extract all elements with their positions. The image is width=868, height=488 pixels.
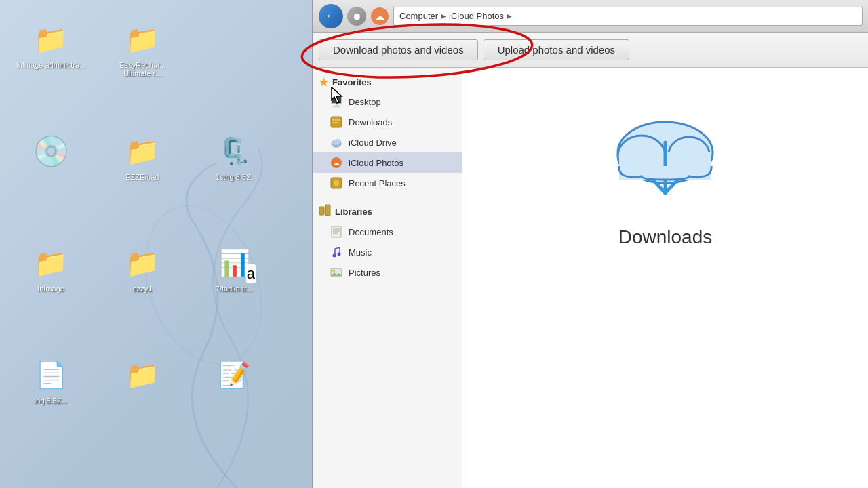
pictures-nav-icon: [330, 266, 343, 279]
svg-point-23: [332, 270, 335, 272]
recent-places-nav-icon: [330, 176, 343, 190]
sidebar-item-label-icloud-drive: iCloud Drive: [349, 138, 397, 148]
sidebar-item-downloads[interactable]: Downloads: [313, 112, 462, 132]
excel-icon: 📊 a: [215, 244, 253, 282]
breadcrumb-icloud-photos: iCloud Photos: [449, 11, 504, 21]
libraries-section-header[interactable]: Libraries: [313, 201, 462, 222]
download-photos-button[interactable]: Download photos and videos: [319, 39, 478, 60]
action-toolbar: Download photos and videos Upload photos…: [313, 33, 868, 68]
icon-label: 7/tarikh tr...: [216, 285, 252, 293]
cd-icon: 💿: [32, 132, 70, 170]
favorites-label: Favorites: [332, 77, 372, 87]
svg-rect-6: [332, 122, 339, 123]
svg-point-13: [334, 180, 339, 186]
svg-rect-14: [319, 207, 324, 215]
libraries-label: Libraries: [335, 207, 372, 217]
sidebar-item-recent-places[interactable]: Recent Places: [313, 173, 462, 193]
address-bar: ← ⏺ ☁ Computer ▶ iCloud Photos ▶: [313, 0, 868, 33]
sidebar-item-label-pictures: Pictures: [349, 268, 380, 278]
favorites-star-icon: ★: [319, 76, 328, 89]
doc-icon: 📄: [32, 356, 70, 394]
icon-label: InImage: [37, 285, 64, 293]
folder-icon: 📁: [123, 20, 161, 58]
folder-icon: 📁: [32, 244, 70, 282]
svg-text:☁: ☁: [375, 11, 384, 22]
desktop-icon-macr2[interactable]: 📁 InImage: [7, 237, 95, 346]
sidebar-item-documents[interactable]: Documents: [313, 222, 462, 242]
svg-rect-16: [332, 226, 341, 237]
folder-icon: 📁: [123, 356, 161, 394]
cloud-download-illustration: [604, 102, 726, 213]
svg-point-20: [333, 254, 336, 258]
breadcrumb-bar[interactable]: Computer ▶ iCloud Photos ▶: [393, 7, 863, 26]
icon-label: 1stng 8.52.: [216, 173, 252, 181]
downloads-nav-icon: [330, 115, 343, 129]
desktop-icon-empty1: [190, 14, 278, 122]
svg-rect-5: [332, 119, 340, 121]
icon-label: ing 8.52...: [35, 396, 67, 405]
main-content-area: ★ Favorites 🖥️ Desktop Downloads: [313, 68, 868, 488]
sidebar-item-music[interactable]: Music: [313, 242, 462, 262]
download-btn-wrapper: Download photos and videos: [319, 39, 478, 60]
folder-icon: 📁: [123, 244, 161, 282]
svg-point-9: [334, 139, 341, 144]
breadcrumb-arrow1: ▶: [441, 12, 446, 20]
explorer-window: ← ⏺ ☁ Computer ▶ iCloud Photos ▶ Downloa…: [312, 0, 868, 488]
desktop-icon-doc[interactable]: 📄 ing 8.52...: [7, 349, 95, 458]
sidebar-navigation: ★ Favorites 🖥️ Desktop Downloads: [313, 68, 462, 488]
right-panel: Downloads: [462, 68, 868, 488]
sidebar-item-label-music: Music: [349, 247, 372, 258]
icloud-drive-nav-icon: [330, 136, 343, 149]
svg-point-21: [338, 253, 341, 256]
zip-icon: 🗜️: [215, 132, 253, 170]
text-icon: 📝: [215, 356, 253, 394]
desktop-icon-text[interactable]: 📝: [190, 349, 278, 458]
favorites-section-header[interactable]: ★ Favorites: [313, 73, 462, 92]
breadcrumb-computer: Computer: [399, 11, 438, 21]
back-button[interactable]: ←: [319, 4, 343, 28]
music-nav-icon: [330, 245, 343, 259]
breadcrumb-arrow2: ▶: [507, 12, 512, 20]
desktop-icon-macrimage[interactable]: 📁 InImage administra...: [7, 14, 95, 122]
desktop-icon-excel[interactable]: 📊 a 7/tarikh tr...: [190, 237, 278, 346]
desktop-icons-area: 📁 InImage administra... 📁 EasyRechar... …: [0, 0, 312, 488]
desktop-icon-ezzload[interactable]: 📁 EZZEload: [98, 125, 186, 234]
icloud-nav-icon: ☁: [370, 7, 389, 26]
desktop-icon-easyrecharge[interactable]: 📁 EasyRechar... Ultimate r...: [98, 14, 186, 122]
folder-icon: 📁: [32, 20, 70, 58]
upload-photos-button[interactable]: Upload photos and videos: [484, 39, 629, 60]
sidebar-item-label-desktop: Desktop: [349, 97, 381, 107]
desktop-icon-ezzy2[interactable]: 📁 ezzy1: [98, 237, 186, 346]
desktop-icon-cd[interactable]: 💿: [7, 125, 95, 234]
forward-button[interactable]: ⏺: [347, 7, 366, 26]
desktop-nav-icon: 🖥️: [330, 95, 343, 108]
sidebar-item-label-downloads: Downloads: [349, 117, 392, 127]
sidebar-item-label-icloud-photos: iCloud Photos: [349, 158, 403, 168]
svg-text:☁: ☁: [333, 159, 340, 167]
icloud-photos-nav-icon: ☁: [330, 156, 343, 169]
cloud-download-label: Downloads: [618, 226, 713, 248]
icon-label: ezzy1: [133, 285, 153, 293]
sidebar-item-icloud-drive[interactable]: iCloud Drive: [313, 132, 462, 152]
documents-nav-icon: [330, 225, 343, 239]
sidebar-item-pictures[interactable]: Pictures: [313, 262, 462, 283]
desktop-icon-folder2[interactable]: 📁: [98, 349, 186, 458]
sidebar-item-desktop[interactable]: 🖥️ Desktop: [313, 92, 462, 112]
svg-rect-15: [326, 205, 330, 216]
sidebar-item-label-recent-places: Recent Places: [349, 178, 406, 188]
libraries-icon: [319, 204, 331, 219]
icon-label: EZZEload: [126, 173, 159, 181]
folder-icon: 📁: [123, 132, 161, 170]
empty-icon: [215, 20, 253, 58]
sidebar-item-label-documents: Documents: [349, 227, 393, 237]
icon-label: EasyRechar... Ultimate r...: [105, 61, 180, 77]
sidebar-item-icloud-photos[interactable]: ☁ iCloud Photos: [313, 152, 462, 173]
nav-spacer: [313, 193, 462, 201]
desktop-icon-zip[interactable]: 🗜️ 1stng 8.52.: [190, 125, 278, 234]
icon-label: InImage administra...: [16, 61, 86, 69]
